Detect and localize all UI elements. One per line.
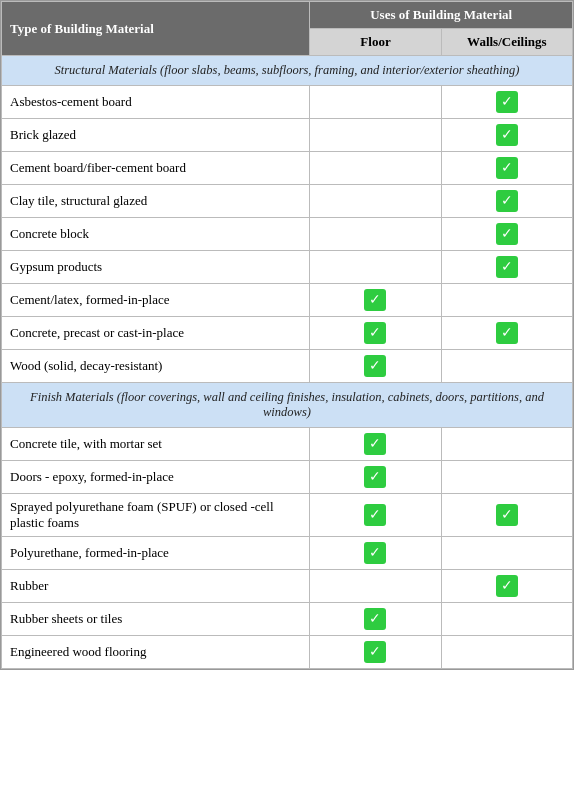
- floor-cell: [310, 251, 441, 284]
- checkmark-icon: ✓: [364, 641, 386, 663]
- checkmark-icon: ✓: [496, 322, 518, 344]
- table-row: Rubber✓: [2, 570, 573, 603]
- table-row: Clay tile, structural glazed✓: [2, 185, 573, 218]
- floor-cell: [310, 570, 441, 603]
- walls-cell: [441, 461, 572, 494]
- floor-cell: [310, 218, 441, 251]
- checkmark-icon: ✓: [364, 466, 386, 488]
- checkmark-icon: ✓: [496, 157, 518, 179]
- material-name: Engineered wood flooring: [2, 636, 310, 669]
- checkmark-icon: ✓: [364, 433, 386, 455]
- material-name: Concrete block: [2, 218, 310, 251]
- walls-cell: [441, 428, 572, 461]
- section-title-0: Structural Materials (floor slabs, beams…: [2, 56, 573, 86]
- floor-cell: ✓: [310, 537, 441, 570]
- table-row: Sprayed polyurethane foam (SPUF) or clos…: [2, 494, 573, 537]
- material-name: Concrete tile, with mortar set: [2, 428, 310, 461]
- main-header-row: Type of Building Material Uses of Buildi…: [2, 2, 573, 29]
- material-name: Asbestos-cement board: [2, 86, 310, 119]
- material-name: Doors - epoxy, formed-in-place: [2, 461, 310, 494]
- floor-cell: ✓: [310, 636, 441, 669]
- checkmark-icon: ✓: [364, 542, 386, 564]
- floor-cell: ✓: [310, 284, 441, 317]
- floor-cell: [310, 119, 441, 152]
- material-name: Concrete, precast or cast-in-place: [2, 317, 310, 350]
- checkmark-icon: ✓: [496, 504, 518, 526]
- walls-header: Walls/Ceilings: [441, 29, 572, 56]
- table-row: Wood (solid, decay-resistant)✓: [2, 350, 573, 383]
- checkmark-icon: ✓: [364, 289, 386, 311]
- section-title-1: Finish Materials (floor coverings, wall …: [2, 383, 573, 428]
- material-name: Rubber sheets or tiles: [2, 603, 310, 636]
- checkmark-icon: ✓: [364, 608, 386, 630]
- building-material-table: Type of Building Material Uses of Buildi…: [0, 0, 574, 670]
- table-row: Concrete, precast or cast-in-place✓✓: [2, 317, 573, 350]
- walls-cell: [441, 603, 572, 636]
- section-header-1: Finish Materials (floor coverings, wall …: [2, 383, 573, 428]
- floor-cell: ✓: [310, 317, 441, 350]
- checkmark-icon: ✓: [496, 223, 518, 245]
- table-row: Cement board/fiber-cement board✓: [2, 152, 573, 185]
- checkmark-icon: ✓: [496, 256, 518, 278]
- walls-cell: [441, 636, 572, 669]
- material-name: Cement/latex, formed-in-place: [2, 284, 310, 317]
- checkmark-icon: ✓: [364, 322, 386, 344]
- checkmark-icon: ✓: [364, 504, 386, 526]
- walls-cell: ✓: [441, 119, 572, 152]
- material-name: Clay tile, structural glazed: [2, 185, 310, 218]
- table-row: Asbestos-cement board✓: [2, 86, 573, 119]
- type-of-building-material-header: Type of Building Material: [2, 2, 310, 56]
- table-row: Gypsum products✓: [2, 251, 573, 284]
- walls-cell: ✓: [441, 570, 572, 603]
- table-row: Concrete tile, with mortar set✓: [2, 428, 573, 461]
- material-name: Wood (solid, decay-resistant): [2, 350, 310, 383]
- walls-cell: [441, 537, 572, 570]
- table-row: Concrete block✓: [2, 218, 573, 251]
- walls-cell: ✓: [441, 152, 572, 185]
- walls-cell: ✓: [441, 494, 572, 537]
- floor-cell: ✓: [310, 494, 441, 537]
- floor-cell: ✓: [310, 461, 441, 494]
- walls-cell: ✓: [441, 251, 572, 284]
- walls-cell: ✓: [441, 86, 572, 119]
- checkmark-icon: ✓: [496, 91, 518, 113]
- section-header-0: Structural Materials (floor slabs, beams…: [2, 56, 573, 86]
- checkmark-icon: ✓: [496, 575, 518, 597]
- material-name: Brick glazed: [2, 119, 310, 152]
- material-name: Rubber: [2, 570, 310, 603]
- walls-cell: [441, 284, 572, 317]
- checkmark-icon: ✓: [496, 124, 518, 146]
- floor-cell: [310, 152, 441, 185]
- walls-cell: [441, 350, 572, 383]
- table-row: Brick glazed✓: [2, 119, 573, 152]
- table-row: Polyurethane, formed-in-place✓: [2, 537, 573, 570]
- floor-header: Floor: [310, 29, 441, 56]
- checkmark-icon: ✓: [496, 190, 518, 212]
- floor-cell: ✓: [310, 603, 441, 636]
- walls-cell: ✓: [441, 317, 572, 350]
- table-row: Cement/latex, formed-in-place✓: [2, 284, 573, 317]
- floor-cell: [310, 185, 441, 218]
- table-row: Engineered wood flooring✓: [2, 636, 573, 669]
- material-name: Cement board/fiber-cement board: [2, 152, 310, 185]
- floor-cell: [310, 86, 441, 119]
- material-name: Sprayed polyurethane foam (SPUF) or clos…: [2, 494, 310, 537]
- walls-cell: ✓: [441, 185, 572, 218]
- table-row: Rubber sheets or tiles✓: [2, 603, 573, 636]
- walls-cell: ✓: [441, 218, 572, 251]
- uses-of-building-material-header: Uses of Building Material: [310, 2, 573, 29]
- material-name: Gypsum products: [2, 251, 310, 284]
- floor-cell: ✓: [310, 428, 441, 461]
- table-row: Doors - epoxy, formed-in-place✓: [2, 461, 573, 494]
- material-name: Polyurethane, formed-in-place: [2, 537, 310, 570]
- floor-cell: ✓: [310, 350, 441, 383]
- checkmark-icon: ✓: [364, 355, 386, 377]
